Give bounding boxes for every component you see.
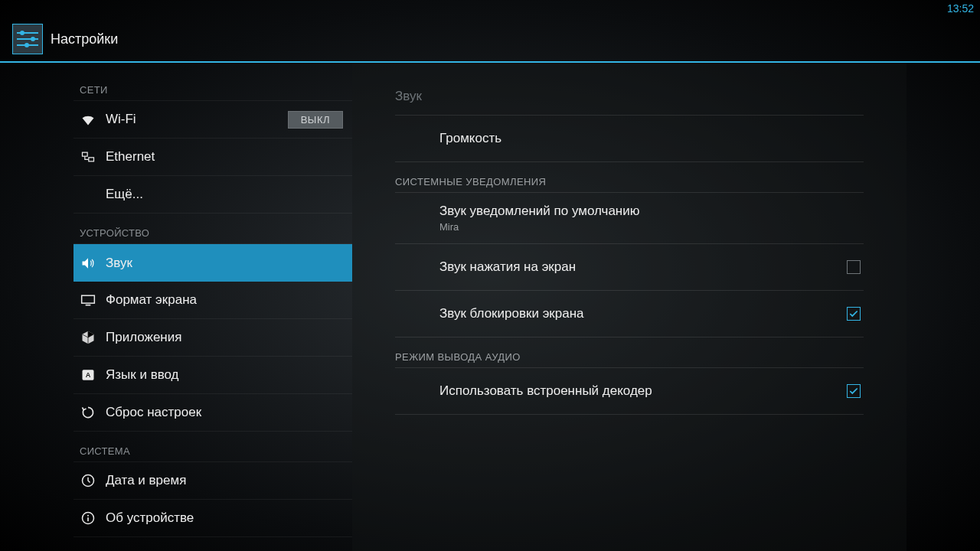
action-bar: Настройки	[0, 17, 980, 63]
page-title: Настройки	[51, 31, 118, 47]
sidebar-item-label: Ещё...	[106, 187, 143, 202]
section-system-notifications: СИСТЕМНЫЕ УВЕДОМЛЕНИЯ	[395, 162, 864, 193]
wifi-toggle[interactable]: ВЫКЛ	[288, 111, 343, 129]
sidebar-item-reset[interactable]: Сброс настроек	[74, 394, 352, 432]
svg-rect-3	[86, 305, 91, 306]
details-title: Звук	[395, 75, 864, 116]
clock-label: 13:52	[947, 2, 974, 15]
reset-icon	[80, 404, 96, 421]
checkbox-lock-sound[interactable]	[847, 307, 861, 321]
sidebar-item-label: Сброс настроек	[106, 405, 201, 420]
sidebar-item-sound[interactable]: Звук	[74, 244, 352, 282]
checkbox-touch-sound[interactable]	[847, 260, 861, 274]
sidebar-item-label: Звук	[106, 256, 132, 271]
sidebar-item-language[interactable]: A Язык и ввод	[74, 357, 352, 394]
sidebar-item-label: Об устройстве	[106, 510, 194, 526]
settings-app-icon	[12, 24, 43, 54]
sidebar-item-label: Формат экрана	[106, 292, 197, 308]
setting-touch-sound[interactable]: Звук нажатия на экран	[395, 244, 864, 291]
svg-rect-1	[89, 158, 94, 161]
display-icon	[80, 292, 96, 308]
setting-default-notification[interactable]: Звук уведомлений по умолчанию Mira	[395, 193, 864, 244]
sidebar-item-apps[interactable]: Приложения	[74, 319, 352, 357]
sidebar-item-datetime[interactable]: Дата и время	[74, 462, 352, 500]
sidebar-item-label: Wi-Fi	[106, 112, 136, 127]
setting-label: Звук блокировки экрана	[439, 306, 847, 321]
clock-icon	[80, 472, 96, 489]
details-panel: Звук Громкость СИСТЕМНЫЕ УВЕДОМЛЕНИЯ Зву…	[352, 63, 906, 551]
language-icon: A	[80, 367, 96, 383]
section-device: УСТРОЙСТВО	[74, 214, 352, 244]
svg-rect-2	[82, 295, 95, 303]
sidebar-item-label: Дата и время	[106, 473, 186, 488]
setting-label: Громкость	[439, 131, 864, 146]
section-system: СИСТЕМА	[74, 432, 352, 462]
ethernet-icon	[80, 148, 96, 165]
settings-sidebar: СЕТИ Wi-Fi ВЫКЛ Ethernet Ещё... УСТРОЙСТ…	[0, 63, 352, 551]
setting-builtin-decoder[interactable]: Использовать встроенный декодер	[395, 368, 864, 415]
sidebar-item-label: Язык и ввод	[106, 367, 179, 383]
section-audio-out: РЕЖИМ ВЫВОДА АУДИО	[395, 337, 864, 368]
svg-rect-0	[83, 152, 88, 156]
section-networks: СЕТИ	[74, 70, 352, 101]
setting-volume[interactable]: Громкость	[395, 116, 864, 162]
setting-lock-sound[interactable]: Звук блокировки экрана	[395, 291, 864, 337]
sound-icon	[80, 255, 96, 272]
sidebar-item-ethernet[interactable]: Ethernet	[74, 139, 352, 176]
setting-sub-label: Mira	[439, 221, 459, 233]
setting-label: Звук нажатия на экран	[439, 259, 847, 275]
sidebar-item-about[interactable]: Об устройстве	[74, 500, 352, 537]
setting-label: Использовать встроенный декодер	[439, 383, 847, 399]
info-icon	[80, 510, 96, 527]
svg-point-8	[87, 515, 89, 517]
checkbox-builtin-decoder[interactable]	[847, 384, 861, 398]
svg-text:A: A	[86, 371, 91, 379]
sidebar-item-label: Ethernet	[106, 149, 155, 165]
svg-rect-9	[87, 517, 89, 521]
status-bar: 13:52	[0, 0, 980, 17]
setting-label: Звук уведомлений по умолчанию	[439, 204, 640, 219]
sidebar-item-display[interactable]: Формат экрана	[74, 282, 352, 319]
wifi-icon	[80, 111, 96, 128]
sidebar-item-label: Приложения	[106, 330, 181, 345]
apps-icon	[80, 329, 96, 346]
sidebar-item-wifi[interactable]: Wi-Fi ВЫКЛ	[74, 101, 352, 139]
blank-icon	[80, 186, 96, 203]
sidebar-item-more[interactable]: Ещё...	[74, 176, 352, 214]
